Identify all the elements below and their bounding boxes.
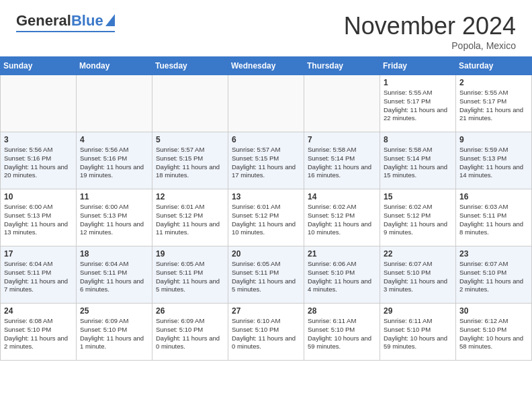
day-number: 20 — [232, 249, 300, 259]
daylight-text: Daylight: 11 hours and 4 minutes. — [308, 277, 371, 293]
sunrise-text: Sunrise: 6:12 AM — [459, 317, 508, 324]
sunset-text: Sunset: 5:12 PM — [384, 212, 431, 219]
calendar-day-cell: 10Sunrise: 6:00 AMSunset: 5:13 PMDayligh… — [1, 189, 77, 246]
sunset-text: Sunset: 5:17 PM — [384, 97, 431, 105]
sunrise-text: Sunrise: 6:01 AM — [156, 203, 204, 210]
calendar-day-cell: 23Sunrise: 6:07 AMSunset: 5:10 PMDayligh… — [456, 246, 532, 304]
sunset-text: Sunset: 5:10 PM — [384, 269, 431, 276]
day-info: Sunrise: 6:02 AMSunset: 5:12 PMDaylight:… — [384, 203, 452, 237]
day-number: 3 — [4, 135, 73, 144]
calendar-day-cell: 7Sunrise: 5:58 AMSunset: 5:14 PMDaylight… — [304, 132, 380, 189]
sunset-text: Sunset: 5:10 PM — [232, 326, 279, 333]
sunset-text: Sunset: 5:15 PM — [156, 154, 203, 162]
calendar-day-cell: 20Sunrise: 6:05 AMSunset: 5:11 PMDayligh… — [228, 246, 304, 304]
calendar-week-row: 17Sunrise: 6:04 AMSunset: 5:11 PMDayligh… — [1, 246, 532, 304]
sunset-text: Sunset: 5:11 PM — [156, 269, 203, 276]
svg-marker-0 — [105, 14, 115, 26]
calendar-day-cell: 2Sunrise: 5:55 AMSunset: 5:17 PMDaylight… — [456, 75, 532, 132]
sunrise-text: Sunrise: 6:02 AM — [308, 203, 356, 210]
sunset-text: Sunset: 5:13 PM — [4, 212, 51, 219]
day-info: Sunrise: 6:07 AMSunset: 5:10 PMDaylight:… — [459, 260, 528, 294]
sunrise-text: Sunrise: 6:02 AM — [384, 203, 432, 210]
daylight-text: Daylight: 11 hours and 0 minutes. — [156, 334, 220, 351]
sunset-text: Sunset: 5:12 PM — [308, 212, 355, 219]
daylight-text: Daylight: 11 hours and 15 minutes. — [384, 163, 447, 179]
day-number: 1 — [384, 78, 452, 87]
calendar-day-cell: 27Sunrise: 6:10 AMSunset: 5:10 PMDayligh… — [228, 304, 304, 361]
location-subtitle: Popola, Mexico — [344, 40, 516, 51]
day-number: 26 — [156, 306, 224, 316]
day-info: Sunrise: 5:55 AMSunset: 5:17 PMDaylight:… — [459, 89, 528, 123]
sunset-text: Sunset: 5:11 PM — [459, 212, 506, 219]
sunrise-text: Sunrise: 6:07 AM — [459, 260, 508, 267]
calendar-week-row: 10Sunrise: 6:00 AMSunset: 5:13 PMDayligh… — [1, 189, 532, 246]
day-number: 19 — [156, 249, 224, 259]
day-info: Sunrise: 5:57 AMSunset: 5:15 PMDaylight:… — [232, 146, 300, 180]
day-info: Sunrise: 6:10 AMSunset: 5:10 PMDaylight:… — [232, 317, 300, 351]
day-info: Sunrise: 6:07 AMSunset: 5:10 PMDaylight:… — [384, 260, 452, 294]
day-info: Sunrise: 5:58 AMSunset: 5:14 PMDaylight:… — [308, 146, 376, 180]
daylight-text: Daylight: 11 hours and 10 minutes. — [232, 220, 296, 236]
daylight-text: Daylight: 11 hours and 10 minutes. — [308, 220, 371, 236]
sunset-text: Sunset: 5:10 PM — [4, 326, 51, 333]
calendar-day-cell — [1, 75, 77, 132]
calendar-day-cell: 13Sunrise: 6:01 AMSunset: 5:12 PMDayligh… — [228, 189, 304, 246]
sunset-text: Sunset: 5:13 PM — [459, 154, 506, 162]
daylight-text: Daylight: 11 hours and 19 minutes. — [80, 163, 144, 179]
day-number: 10 — [4, 192, 73, 201]
calendar-day-cell: 15Sunrise: 6:02 AMSunset: 5:12 PMDayligh… — [380, 189, 456, 246]
sunrise-text: Sunrise: 6:00 AM — [80, 203, 128, 210]
sunset-text: Sunset: 5:10 PM — [459, 269, 506, 276]
day-number: 28 — [308, 306, 376, 316]
daylight-text: Daylight: 11 hours and 1 minute. — [80, 334, 144, 351]
sunrise-text: Sunrise: 6:11 AM — [384, 317, 432, 324]
calendar-day-cell — [77, 75, 152, 132]
sunset-text: Sunset: 5:11 PM — [232, 269, 279, 276]
sunrise-text: Sunrise: 6:08 AM — [4, 317, 52, 324]
calendar-day-cell: 26Sunrise: 6:09 AMSunset: 5:10 PMDayligh… — [152, 304, 228, 361]
calendar-day-cell — [304, 75, 380, 132]
logo: General Blue — [16, 12, 115, 32]
daylight-text: Daylight: 11 hours and 7 minutes. — [4, 277, 68, 293]
sunset-text: Sunset: 5:17 PM — [459, 97, 506, 105]
calendar-week-row: 3Sunrise: 5:56 AMSunset: 5:16 PMDaylight… — [1, 132, 532, 189]
sunrise-text: Sunrise: 6:00 AM — [4, 203, 52, 210]
weekday-header-monday: Monday — [77, 57, 152, 75]
calendar-day-cell — [152, 75, 228, 132]
page-header: General Blue November 2024 Popola, Mexic… — [0, 0, 532, 56]
day-number: 7 — [308, 135, 376, 144]
calendar-week-row: 1Sunrise: 5:55 AMSunset: 5:17 PMDaylight… — [1, 75, 532, 132]
day-info: Sunrise: 6:11 AMSunset: 5:10 PMDaylight:… — [308, 317, 376, 351]
calendar-day-cell: 12Sunrise: 6:01 AMSunset: 5:12 PMDayligh… — [152, 189, 228, 246]
day-info: Sunrise: 6:05 AMSunset: 5:11 PMDaylight:… — [232, 260, 300, 294]
day-number: 16 — [459, 192, 528, 201]
calendar-day-cell: 14Sunrise: 6:02 AMSunset: 5:12 PMDayligh… — [304, 189, 380, 246]
sunset-text: Sunset: 5:12 PM — [156, 212, 203, 219]
daylight-text: Daylight: 10 hours and 59 minutes. — [384, 334, 447, 351]
sunrise-text: Sunrise: 5:55 AM — [459, 89, 508, 96]
day-info: Sunrise: 6:00 AMSunset: 5:13 PMDaylight:… — [4, 203, 73, 237]
sunrise-text: Sunrise: 6:11 AM — [308, 317, 356, 324]
day-info: Sunrise: 6:12 AMSunset: 5:10 PMDaylight:… — [459, 317, 528, 351]
sunset-text: Sunset: 5:13 PM — [80, 212, 127, 219]
sunset-text: Sunset: 5:16 PM — [4, 154, 51, 162]
weekday-header-row: SundayMondayTuesdayWednesdayThursdayFrid… — [1, 57, 532, 75]
calendar-day-cell: 17Sunrise: 6:04 AMSunset: 5:11 PMDayligh… — [1, 246, 77, 304]
sunrise-text: Sunrise: 5:59 AM — [459, 146, 508, 153]
sunrise-text: Sunrise: 5:58 AM — [308, 146, 356, 153]
sunrise-text: Sunrise: 6:04 AM — [80, 260, 128, 267]
day-info: Sunrise: 6:01 AMSunset: 5:12 PMDaylight:… — [156, 203, 224, 237]
daylight-text: Daylight: 11 hours and 14 minutes. — [459, 163, 523, 179]
sunset-text: Sunset: 5:10 PM — [308, 269, 355, 276]
day-number: 5 — [156, 135, 224, 144]
day-info: Sunrise: 6:08 AMSunset: 5:10 PMDaylight:… — [4, 317, 73, 351]
sunset-text: Sunset: 5:16 PM — [80, 154, 127, 162]
day-number: 23 — [459, 249, 528, 259]
daylight-text: Daylight: 11 hours and 20 minutes. — [4, 163, 68, 179]
weekday-header-sunday: Sunday — [1, 57, 77, 75]
day-number: 11 — [80, 192, 148, 201]
day-info: Sunrise: 6:01 AMSunset: 5:12 PMDaylight:… — [232, 203, 300, 237]
day-number: 18 — [80, 249, 148, 259]
day-info: Sunrise: 5:56 AMSunset: 5:16 PMDaylight:… — [4, 146, 73, 180]
day-info: Sunrise: 6:04 AMSunset: 5:11 PMDaylight:… — [80, 260, 148, 294]
